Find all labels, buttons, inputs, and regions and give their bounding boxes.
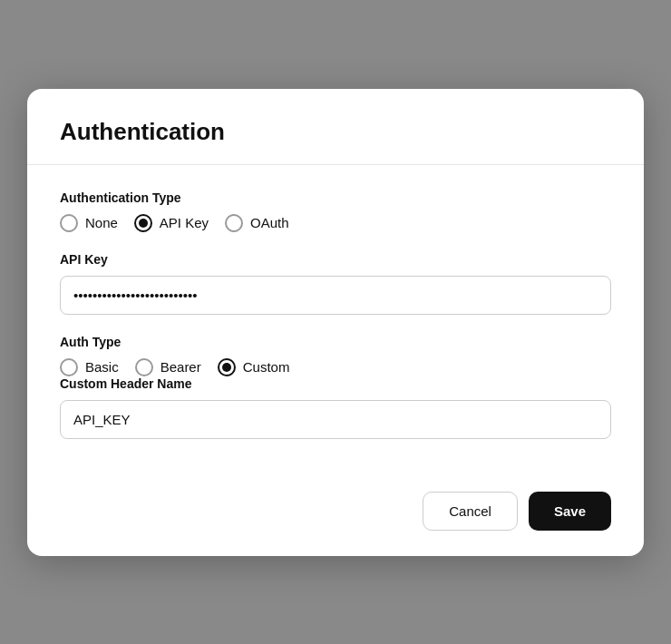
radio-label-oauth: OAuth	[250, 215, 289, 230]
modal-title: Authentication	[60, 118, 611, 146]
radio-label-bearer: Bearer	[160, 359, 201, 375]
auth-sub-type-radio-group: Basic Bearer Custom	[60, 358, 611, 376]
radio-option-custom[interactable]: Custom	[218, 358, 290, 376]
auth-type-label: Authentication Type	[60, 190, 611, 205]
radio-circle-oauth	[225, 214, 243, 232]
radio-option-oauth[interactable]: OAuth	[225, 214, 289, 232]
auth-sub-type-label: Auth Type	[60, 335, 611, 349]
radio-circle-bearer	[135, 358, 153, 376]
modal-body: Authentication Type None API Key OAuth	[27, 165, 644, 481]
cancel-button[interactable]: Cancel	[423, 492, 518, 531]
radio-label-apikey: API Key	[160, 215, 209, 230]
radio-circle-custom	[218, 358, 236, 376]
auth-type-section: Authentication Type None API Key OAuth	[60, 190, 611, 232]
radio-option-apikey[interactable]: API Key	[134, 214, 209, 232]
modal-header: Authentication	[27, 89, 644, 165]
custom-header-input[interactable]	[60, 400, 611, 439]
authentication-modal: Authentication Authentication Type None …	[27, 89, 644, 556]
radio-option-bearer[interactable]: Bearer	[135, 358, 201, 376]
save-button[interactable]: Save	[529, 492, 611, 531]
radio-circle-basic	[60, 358, 78, 376]
api-key-section: API Key	[60, 252, 611, 315]
radio-label-basic: Basic	[85, 359, 119, 375]
radio-label-none: None	[85, 215, 118, 230]
modal-overlay: Authentication Authentication Type None …	[0, 0, 671, 644]
api-key-label: API Key	[60, 252, 611, 267]
api-key-input[interactable]	[60, 276, 611, 315]
radio-option-none[interactable]: None	[60, 214, 118, 232]
custom-header-section: Custom Header Name	[60, 376, 611, 439]
radio-circle-apikey	[134, 214, 152, 232]
radio-option-basic[interactable]: Basic	[60, 358, 119, 376]
radio-circle-none	[60, 214, 78, 232]
radio-label-custom: Custom	[243, 359, 290, 375]
custom-header-label: Custom Header Name	[60, 376, 611, 391]
auth-type-radio-group: None API Key OAuth	[60, 214, 611, 232]
auth-sub-type-section: Auth Type Basic Bearer Custom	[60, 335, 611, 376]
modal-footer: Cancel Save	[27, 481, 644, 556]
